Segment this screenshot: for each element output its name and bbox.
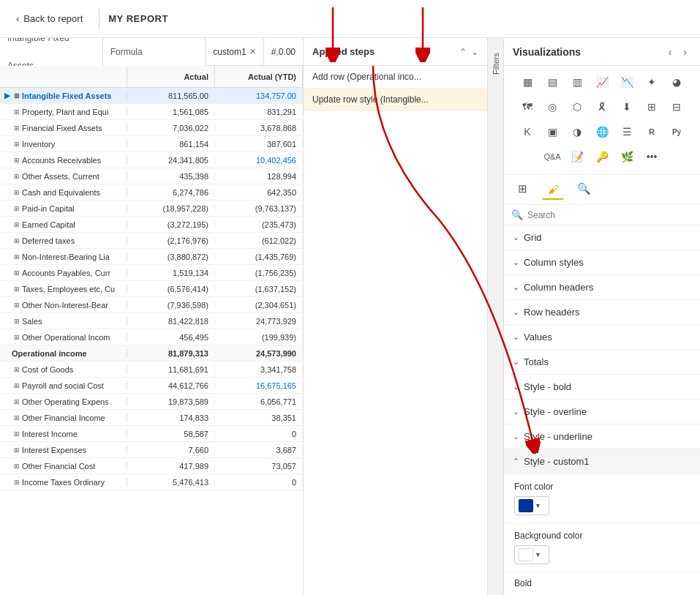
viz-icon-area[interactable]: 📉	[615, 70, 639, 94]
viz-icon-qa[interactable]: Q&A	[541, 145, 564, 168]
background-color-dropdown-arrow[interactable]: ▼	[535, 551, 541, 558]
table-row[interactable]: ⊞ Deferred taxes (2,176,976) (612,022)	[0, 233, 303, 249]
step-item-2[interactable]: Update row style (Intangible...	[304, 89, 487, 111]
font-color-picker[interactable]: ▼	[514, 496, 549, 515]
viz-icon-pie[interactable]: ◕	[665, 70, 688, 94]
viz-sub-analytics[interactable]: 🔍	[573, 179, 595, 200]
section-style-underline[interactable]: ⌄ Style - underline	[504, 424, 700, 449]
table-row[interactable]: ⊞ Other Operating Expens 19,873,589 6,05…	[0, 394, 303, 410]
row-indicator: ▶	[3, 91, 12, 100]
section-totals[interactable]: ⌄ Totals	[504, 350, 700, 375]
viz-icon-row-4: Q&A 📝 🔑 🌿 •••	[508, 145, 696, 168]
table-row[interactable]: ⊞ Property, Plant and Equi 1,561,085 831…	[0, 104, 303, 120]
table-row[interactable]: ⊞ Taxes, Employees etc, Cu (6,576,414) (…	[0, 281, 303, 297]
section-style-custom1[interactable]: ⌃ Style - custom1	[504, 449, 700, 474]
row-actual: (18,957,228)	[127, 204, 215, 213]
viz-icon-scatter[interactable]: ✦	[640, 70, 663, 94]
formula-input[interactable]: Formula	[103, 38, 206, 66]
row-label-text: Non-Interest-Bearing Lia	[22, 252, 110, 261]
table-row[interactable]: ⊞ Non-Interest-Bearing Lia (3,880,872) (…	[0, 249, 303, 265]
table-row[interactable]: ⊞ Interest Income 58,587 0	[0, 426, 303, 442]
viz-nav-prev[interactable]: ‹	[664, 45, 677, 59]
section-grid[interactable]: ⌄ Grid	[504, 225, 700, 250]
table-row[interactable]: ⊞ Paid-in Capital (18,957,228) (9,763,13…	[0, 201, 303, 217]
viz-icon-globe[interactable]: 🌐	[590, 120, 614, 143]
viz-sub-format[interactable]: 🖌	[542, 179, 564, 200]
table-row[interactable]: ⊞ Income Taxes Ordinary 5,476,413 0	[0, 474, 303, 490]
custom-tag-close[interactable]: ✕	[249, 47, 256, 56]
viz-icon-matrix[interactable]: ⊟	[665, 95, 688, 119]
row-label: ⊞ Other Operating Expens	[0, 397, 127, 406]
table-row[interactable]: ▶ ⊞ Intangible Fixed Assets 811,565.00 1…	[0, 88, 303, 104]
table-row[interactable]: ⊞ Other Assets, Current 435,398 128,994	[0, 168, 303, 184]
table-row[interactable]: ⊞ Other Financial Cost 417,989 73,057	[0, 458, 303, 474]
viz-sub-fields[interactable]: ⊞	[511, 179, 533, 200]
row-label: ⊞ Paid-in Capital	[0, 204, 127, 213]
expand-icon: ⊞	[14, 446, 20, 454]
viz-icon-more[interactable]: •••	[640, 145, 663, 168]
table-row[interactable]: ⊞ Earned Capital (3,272,195) (235,473)	[0, 217, 303, 233]
expand-icon: ⊞	[14, 269, 20, 277]
section-style-overline[interactable]: ⌄ Style - overline	[504, 400, 700, 424]
viz-icon-row-2: 🗺 ◎ ⬡ 🎗 ⬇ ⊞ ⊟	[508, 95, 696, 119]
section-column-styles[interactable]: ⌄ Column styles	[504, 250, 700, 275]
font-color-dropdown-arrow[interactable]: ▼	[535, 502, 541, 509]
viz-nav: ‹ ›	[664, 45, 691, 59]
viz-icon-table[interactable]: ⊞	[640, 95, 663, 119]
table-row[interactable]: ⊞ Accounts Payables, Curr 1,519,134 (1,7…	[0, 265, 303, 281]
section-row-headers[interactable]: ⌄ Row headers	[504, 300, 700, 325]
steps-collapse-icon[interactable]: ⌃	[459, 47, 467, 57]
viz-icon-decomp[interactable]: 🌿	[615, 145, 639, 168]
table-row[interactable]: ⊞ Sales 81,422,818 24,773,929	[0, 313, 303, 329]
section-values[interactable]: ⌄ Values	[504, 325, 700, 350]
viz-icon-bar[interactable]: ▦	[516, 70, 539, 94]
viz-icon-key[interactable]: 🔑	[590, 145, 614, 168]
row-label-text: Intangible Fixed Assets	[22, 91, 111, 100]
table-row[interactable]: ⊞ Other Non-Interest-Bear (7,936,598) (2…	[0, 297, 303, 313]
format-value[interactable]: #,0.00	[264, 38, 303, 66]
viz-icon-donut[interactable]: ◎	[541, 95, 564, 119]
section-values-label: Values	[524, 332, 552, 343]
viz-icon-py[interactable]: Py	[665, 120, 688, 143]
row-label: ⊞ Financial Fixed Assets	[0, 124, 127, 132]
row-label: ⊞ Cost of Goods	[0, 365, 127, 374]
table-row[interactable]: ⊞ Interest Expenses 7,660 3,687	[0, 442, 303, 458]
table-row[interactable]: ⊞ Cash and Equivalents 6,274,786 642,350	[0, 184, 303, 201]
table-row[interactable]: ⊞ Financial Fixed Assets 7,036,022 3,678…	[0, 120, 303, 136]
viz-icon-gauge[interactable]: ◑	[565, 120, 589, 143]
viz-icon-card[interactable]: ▣	[541, 120, 564, 143]
viz-icon-narr[interactable]: 📝	[565, 145, 589, 168]
table-row[interactable]: ⊞ Other Operational Incom 456,495 (199,9…	[0, 329, 303, 345]
viz-icon-bar2[interactable]: ▤	[541, 70, 564, 94]
table-row[interactable]: ⊞ Payroll and social Cost 44,612,766 16,…	[0, 378, 303, 394]
viz-icon-stacked[interactable]: ▥	[565, 70, 589, 94]
steps-expand-icon[interactable]: ⌄	[471, 47, 478, 57]
section-style-bold[interactable]: ⌄ Style - bold	[504, 375, 700, 400]
row-actual: 7,036,022	[127, 124, 215, 132]
background-color-picker[interactable]: ▼	[514, 545, 549, 564]
viz-icon-ribbon[interactable]: 🎗	[590, 95, 614, 119]
step-item-1[interactable]: Add row (Operational inco...	[304, 66, 487, 89]
table-row[interactable]: ⊞ Inventory 861,154 387,601	[0, 136, 303, 152]
back-to-report-button[interactable]: ‹ Back to report	[9, 9, 90, 29]
viz-icon-map[interactable]: 🗺	[516, 95, 539, 119]
viz-icon-funnel[interactable]: ⬡	[565, 95, 589, 119]
expand-icon: ⊞	[14, 430, 20, 438]
viz-icon-slicer[interactable]: ☰	[615, 120, 639, 143]
section-column-headers[interactable]: ⌄ Column headers	[504, 275, 700, 300]
viz-icon-waterfall[interactable]: ⬇	[615, 95, 639, 119]
table-row[interactable]: ⊞ Other Financial Income 174,833 38,351	[0, 410, 303, 426]
row-label-text: Paid-in Capital	[22, 204, 75, 213]
section-grid-label: Grid	[524, 232, 542, 243]
viz-icon-r[interactable]: R	[640, 120, 663, 143]
row-actual: (2,176,976)	[127, 236, 215, 245]
values-chevron-icon: ⌄	[513, 332, 519, 342]
table-row[interactable]: ⊞ Accounts Receivables 24,341,805 10,402…	[0, 152, 303, 168]
table-row[interactable]: Operational income 81,879,313 24,573,990	[0, 345, 303, 362]
viz-nav-next[interactable]: ›	[679, 45, 691, 59]
viz-icon-kpi[interactable]: K	[516, 120, 539, 143]
table-row[interactable]: ⊞ Cost of Goods 11,681,691 3,341,758	[0, 362, 303, 378]
search-input[interactable]	[527, 210, 693, 220]
viz-header: Visualizations ‹ ›	[504, 38, 700, 66]
viz-icon-line[interactable]: 📈	[590, 70, 614, 94]
